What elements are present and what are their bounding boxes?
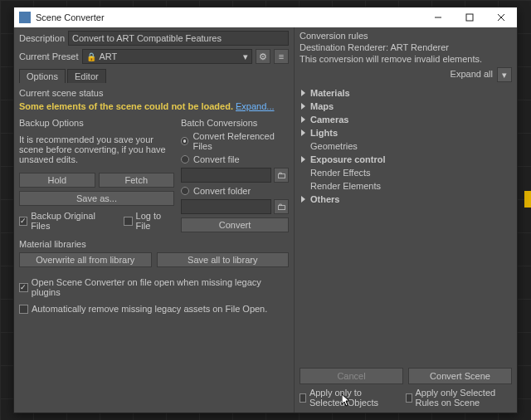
- preset-menu-button[interactable]: ≡: [274, 49, 289, 64]
- rules-title: Conversion rules: [300, 31, 512, 41]
- gear-icon: ⚙: [259, 51, 267, 62]
- expand-all-button[interactable]: ▾: [497, 67, 512, 82]
- tree-item-render-elements[interactable]: Render Elements: [300, 180, 512, 192]
- status-label: Current scene status: [19, 88, 289, 98]
- cancel-button[interactable]: Cancel: [300, 368, 403, 384]
- cursor-icon: [342, 394, 352, 408]
- rules-note: This conversion will remove invalid elem…: [300, 54, 512, 64]
- save-as-button[interactable]: Save as...: [19, 191, 174, 206]
- status-expand-link[interactable]: Expand...: [236, 101, 274, 111]
- settings-button[interactable]: ⚙: [256, 49, 270, 64]
- auto-remove-checkbox[interactable]: Automatically remove missing legacy asse…: [19, 304, 289, 314]
- tab-options[interactable]: Options: [19, 69, 66, 83]
- tree-item-exposure[interactable]: Exposure control: [300, 154, 512, 165]
- maximize-button[interactable]: [454, 7, 485, 27]
- backup-title: Backup Options: [19, 118, 174, 128]
- batch-title: Batch Conversions: [181, 118, 289, 128]
- log-to-file-checkbox[interactable]: Log to File: [124, 211, 174, 231]
- convert-ref-radio[interactable]: Convert Referenced Files: [181, 131, 289, 151]
- description-label: Description: [19, 33, 65, 43]
- description-field[interactable]: Convert to ART Compatible Features: [68, 31, 289, 46]
- convert-file-radio[interactable]: Convert file: [181, 154, 289, 164]
- menu-icon: ≡: [279, 51, 284, 61]
- hold-button[interactable]: Hold: [19, 173, 95, 188]
- scene-converter-window: Scene Converter Description Convert to A…: [13, 7, 518, 413]
- app-icon: [19, 12, 31, 23]
- matlib-title: Material libraries: [19, 239, 289, 249]
- tree-item-render-effects[interactable]: Render Effects: [300, 167, 512, 178]
- tree-item-maps[interactable]: Maps: [300, 100, 512, 112]
- convert-file-field[interactable]: [181, 168, 271, 183]
- backup-files-checkbox[interactable]: Backup Original Files: [19, 211, 109, 231]
- overwrite-lib-button[interactable]: Overwrite all from library: [19, 252, 152, 267]
- convert-folder-radio[interactable]: Convert folder: [181, 186, 289, 196]
- rules-tree: Materials Maps Cameras Lights Geometries…: [300, 87, 512, 205]
- browse-file-button[interactable]: 🗀: [274, 168, 289, 183]
- folder-icon: 🗀: [277, 170, 286, 180]
- titlebar[interactable]: Scene Converter: [14, 7, 517, 27]
- status-message: Some elements of the scene could not be …: [19, 101, 233, 111]
- tab-editor[interactable]: Editor: [67, 69, 106, 83]
- tree-item-materials[interactable]: Materials: [300, 87, 512, 99]
- preset-dropdown[interactable]: 🔒 ART ▾: [82, 49, 252, 64]
- tree-item-others[interactable]: Others: [300, 193, 512, 205]
- backup-note: It is recommended you save your scene be…: [19, 134, 174, 164]
- tree-item-lights[interactable]: Lights: [300, 127, 512, 139]
- svg-rect-1: [466, 14, 473, 21]
- preset-label: Current Preset: [19, 51, 79, 61]
- chevron-down-icon: ▾: [243, 51, 248, 62]
- browse-folder-button[interactable]: 🗀: [274, 199, 289, 214]
- convert-scene-button[interactable]: Convert Scene: [408, 368, 512, 384]
- convert-folder-field[interactable]: [181, 199, 271, 214]
- fetch-button[interactable]: Fetch: [99, 173, 175, 188]
- apply-selected-rules-checkbox[interactable]: Apply only Selected Rules on Scene: [406, 388, 512, 408]
- open-on-missing-checkbox[interactable]: Open Scene Converter on file open when m…: [19, 277, 289, 297]
- tree-item-geometries[interactable]: Geometries: [300, 140, 512, 152]
- window-title: Scene Converter: [36, 12, 422, 22]
- save-lib-button[interactable]: Save all to library: [157, 252, 290, 267]
- expand-all-link[interactable]: Expand all: [451, 69, 493, 79]
- lock-icon: 🔒: [86, 52, 96, 61]
- close-button[interactable]: [485, 7, 517, 27]
- batch-convert-button[interactable]: Convert: [181, 217, 289, 232]
- rules-dest: Destination Renderer: ART Renderer: [300, 42, 512, 52]
- tree-item-cameras[interactable]: Cameras: [300, 114, 512, 125]
- folder-icon: 🗀: [277, 202, 286, 212]
- minimize-button[interactable]: [422, 7, 454, 27]
